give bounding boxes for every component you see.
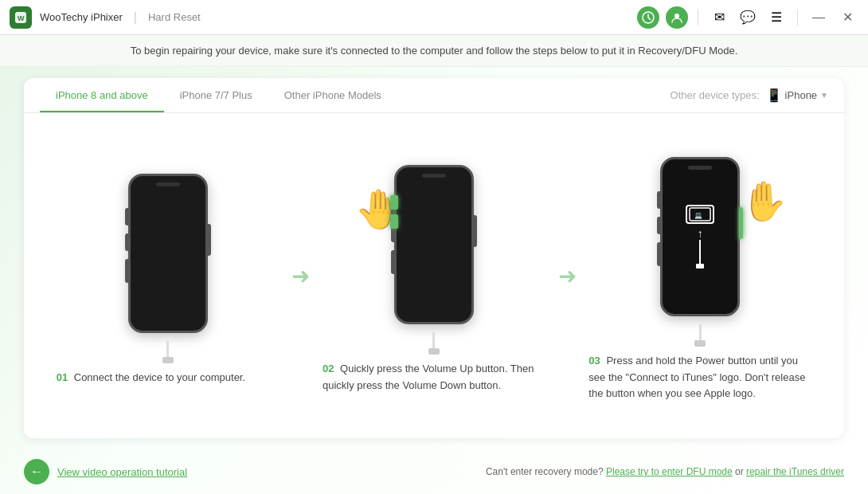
tutorial-link[interactable]: View video operation tutorial [57, 466, 187, 478]
vol-down-btn [390, 214, 398, 229]
footer-left: ← View video operation tutorial [24, 459, 187, 484]
step-3-text: Press and hold the Power button until yo… [588, 355, 805, 400]
phone-side-btn-3b [657, 217, 661, 234]
steps-area: 01 Connect the device to your computer. … [24, 113, 844, 438]
phone-1 [128, 174, 208, 333]
titlebar-subtitle: Hard Reset [148, 11, 201, 23]
svg-text:💻: 💻 [694, 211, 702, 219]
cant-enter-text: Can't enter recovery mode? [486, 466, 604, 477]
svg-point-3 [674, 14, 679, 18]
usb-cable-1 [162, 341, 174, 363]
update-icon-btn[interactable] [637, 6, 659, 29]
device-type-value[interactable]: 📱 iPhone ▼ [766, 88, 828, 103]
phone-side-btn-3 [125, 259, 129, 283]
cable-connect-icon: ↑ [696, 227, 704, 269]
titlebar-sep1 [698, 10, 698, 25]
step-2: 🤚 [314, 157, 553, 394]
itunes-driver-link[interactable]: repair the iTunes driver [746, 466, 844, 477]
step-3-desc: 03 Press and hold the Power button until… [588, 353, 811, 402]
step-2-illustration: 🤚 [378, 157, 490, 332]
step-1-illustration [112, 166, 224, 341]
app-name: WooTechy iPhixer [40, 11, 123, 23]
device-type-text: iPhone [785, 89, 817, 101]
itunes-icon: 💻 [686, 205, 714, 224]
cable-line-icon [699, 240, 701, 264]
tab-other-models[interactable]: Other iPhone Models [268, 78, 397, 112]
phone-3: 💻 ↑ [660, 157, 740, 316]
hand-right-icon: 🤚 [740, 179, 788, 224]
arrow-2: ➜ [558, 263, 577, 289]
close-button[interactable]: ✕ [836, 6, 858, 29]
cable-line [166, 341, 169, 357]
cable-plug-3 [694, 340, 706, 347]
phone-power-btn [207, 224, 211, 256]
main-content: iPhone 8 and above iPhone 7/7 Plus Other… [0, 67, 868, 494]
itunes-screen: 💻 ↑ [686, 205, 714, 269]
device-type-selector[interactable]: Other device types: 📱 iPhone ▼ [671, 88, 828, 103]
title-separator: | [134, 10, 137, 25]
step-1-text: Connect the device to your computer. [74, 371, 245, 383]
phone-side-btn-2c [391, 250, 395, 274]
user-icon-btn[interactable] [666, 6, 688, 29]
mail-icon-btn[interactable]: ✉ [708, 6, 730, 29]
dropdown-chevron-icon: ▼ [820, 91, 828, 100]
usb-cable-3 [694, 324, 706, 347]
step-2-desc: 02 Quickly press the Volume Up button. T… [323, 361, 545, 394]
banner: To begin repairing your device, make sur… [0, 35, 868, 67]
titlebar-left: W WooTechy iPhixer | Hard Reset [10, 6, 201, 29]
step-2-text: Quickly press the Volume Up button. Then… [323, 363, 534, 391]
cable-line-3 [699, 324, 702, 340]
device-type-label: Other device types: [671, 89, 760, 101]
svg-text:W: W [18, 14, 25, 22]
phone-side-btn-3c [657, 242, 661, 266]
phone-side-btn-3a [657, 191, 661, 209]
device-type-icon: 📱 [766, 88, 782, 103]
titlebar-sep2 [797, 10, 798, 25]
tab-iphone7[interactable]: iPhone 7/7 Plus [164, 78, 268, 112]
step-3-illustration: 💻 ↑ 🤚 [644, 149, 756, 324]
titlebar: W WooTechy iPhixer | Hard Reset ✉ 💬 ☰ — … [0, 0, 868, 35]
cable-plug [162, 357, 174, 363]
dfu-mode-link[interactable]: Please try to enter DFU mode [606, 466, 733, 477]
app-logo: W [10, 6, 32, 29]
phone-2 [394, 165, 474, 324]
cable-arrow-icon: ↑ [698, 227, 703, 240]
content-card: iPhone 8 and above iPhone 7/7 Plus Other… [24, 78, 844, 438]
arrow-1: ➜ [291, 263, 310, 289]
cable-end-icon [696, 264, 704, 269]
titlebar-right: ✉ 💬 ☰ — ✕ [637, 6, 858, 29]
step-3: 💻 ↑ 🤚 [581, 149, 820, 402]
step-1-num: 01 [57, 371, 68, 383]
phone-side-btn-1 [125, 208, 129, 225]
usb-cable-2 [428, 332, 440, 355]
step-2-num: 02 [323, 363, 334, 374]
step-3-num: 03 [588, 355, 600, 367]
cable-line-2 [432, 332, 435, 348]
chat-icon-btn[interactable]: 💬 [737, 6, 759, 29]
step-1: 01 Connect the device to your computer. [48, 166, 287, 386]
volume-buttons-highlight [390, 195, 398, 229]
cable-plug-2 [428, 348, 440, 355]
menu-icon-btn[interactable]: ☰ [765, 6, 788, 29]
footer-right: Can't enter recovery mode? Please try to… [486, 466, 844, 477]
vol-up-btn [390, 195, 398, 210]
step-1-desc: 01 Connect the device to your computer. [57, 370, 280, 386]
banner-text: To begin repairing your device, make sur… [131, 45, 738, 57]
phone-side-btn-2 [125, 233, 129, 251]
footer: ← View video operation tutorial Can't en… [0, 449, 868, 494]
minimize-button[interactable]: — [807, 6, 830, 29]
phone-power-btn-2 [473, 215, 477, 247]
tab-iphone8[interactable]: iPhone 8 and above [40, 78, 164, 112]
back-button[interactable]: ← [24, 459, 49, 484]
tab-bar: iPhone 8 and above iPhone 7/7 Plus Other… [24, 78, 844, 113]
